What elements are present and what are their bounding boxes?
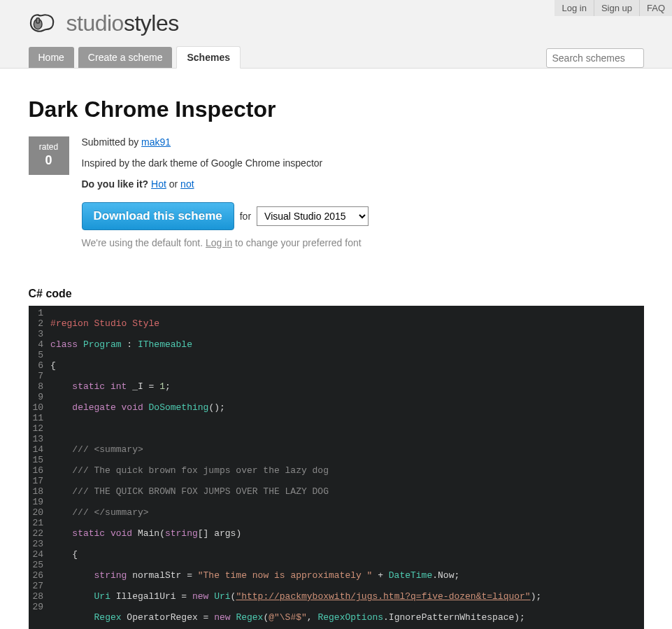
code-body: #region Studio Style class Program : ITh… <box>50 306 643 629</box>
tab-home[interactable]: Home <box>29 47 74 68</box>
not-link[interactable]: not <box>180 178 194 190</box>
vs-version-select[interactable]: Visual Studio 2015 <box>257 206 369 226</box>
main-content: Dark Chrome Inspector rated 0 Submitted … <box>22 69 651 629</box>
line-gutter: 1234567891011121314151617181920212223242… <box>29 306 51 629</box>
rating-box: rated 0 <box>29 136 69 175</box>
page-title: Dark Chrome Inspector <box>29 97 644 122</box>
scheme-description: Inspired by the dark theme of Google Chr… <box>82 157 644 169</box>
logo-icon <box>29 10 59 36</box>
brand-text: studiostyles <box>66 10 179 36</box>
tab-create-scheme[interactable]: Create a scheme <box>78 47 173 68</box>
logo-row: studiostyles <box>29 6 644 46</box>
rating-value: 0 <box>29 153 69 168</box>
header: studiostyles Home Create a scheme Scheme… <box>0 0 672 69</box>
like-prompt: Do you like it? Hot or not <box>82 178 644 190</box>
nav-tabs: Home Create a scheme Schemes <box>29 46 644 68</box>
svg-rect-1 <box>36 18 39 23</box>
tab-schemes[interactable]: Schemes <box>176 46 240 69</box>
hot-link[interactable]: Hot <box>151 178 166 190</box>
submitted-by: Submitted by mak91 <box>82 136 644 148</box>
code-section-heading: C# code <box>29 288 644 300</box>
code-pane: 1234567891011121314151617181920212223242… <box>29 306 644 629</box>
for-label: for <box>240 211 251 222</box>
rating-label: rated <box>29 142 69 152</box>
download-button[interactable]: Download this scheme <box>82 202 234 230</box>
font-note: We're using the default font. Log in to … <box>82 237 644 248</box>
font-note-login-link[interactable]: Log in <box>206 237 232 248</box>
search-input[interactable] <box>546 48 644 68</box>
author-link[interactable]: mak91 <box>141 136 171 148</box>
